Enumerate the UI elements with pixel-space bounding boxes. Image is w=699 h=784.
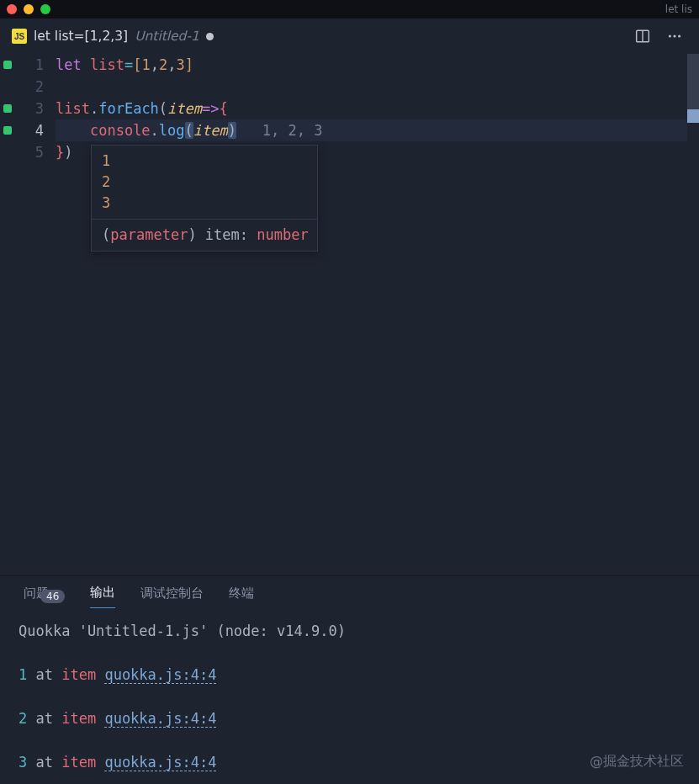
hover-value: 1 bbox=[102, 151, 307, 172]
titlebar-right-text: let lis bbox=[665, 3, 692, 15]
problems-count-badge: 46 bbox=[40, 590, 65, 603]
svg-point-4 bbox=[678, 34, 680, 37]
code-line[interactable]: let list=[1,2,3] bbox=[56, 54, 699, 76]
output-row: 1 at item quokka.js:4:4 bbox=[19, 664, 680, 686]
output-row: 3 at item quokka.js:4:4 bbox=[19, 751, 680, 773]
code-line[interactable] bbox=[56, 76, 699, 98]
output-source-link[interactable]: quokka.js:4:4 bbox=[104, 754, 216, 771]
quokka-gutter bbox=[0, 54, 15, 575]
close-window-button[interactable] bbox=[7, 4, 17, 14]
editor-tab-bar: JS let list=[1,2,3] Untitled-1 bbox=[0, 19, 699, 54]
hover-value: 3 bbox=[102, 193, 307, 214]
minimap[interactable] bbox=[687, 54, 699, 575]
line-number: 2 bbox=[15, 76, 44, 98]
more-icon[interactable] bbox=[667, 29, 682, 44]
tab-subtitle: Untitled-1 bbox=[135, 29, 199, 44]
window-titlebar: let lis bbox=[0, 0, 699, 19]
output-row: 2 at item quokka.js:4:4 bbox=[19, 707, 680, 729]
hover-signature: (parameter) item: number bbox=[92, 219, 317, 251]
panel-tab-output[interactable]: 输出 bbox=[90, 585, 115, 608]
hover-values: 1 2 3 bbox=[92, 146, 317, 219]
quokka-pass-icon bbox=[3, 126, 12, 135]
panel-tab-debug-console[interactable]: 调试控制台 bbox=[140, 585, 204, 608]
zoom-window-button[interactable] bbox=[40, 4, 50, 14]
quokka-pass-icon bbox=[3, 61, 12, 69]
svg-point-2 bbox=[669, 34, 671, 37]
line-number-gutter: 1 2 3 4 5 bbox=[15, 54, 56, 575]
quokka-inline-value: 1, 2, 3 bbox=[262, 122, 323, 139]
editor-hover-popup: 1 2 3 (parameter) item: number bbox=[91, 145, 318, 252]
line-number: 4 bbox=[15, 119, 44, 141]
line-number: 5 bbox=[15, 141, 44, 163]
panel-tab-terminal[interactable]: 终端 bbox=[229, 585, 254, 608]
js-file-icon: JS bbox=[12, 29, 27, 44]
split-editor-icon[interactable] bbox=[635, 29, 650, 44]
code-area[interactable]: let list=[1,2,3] list.forEach(item=>{ co… bbox=[56, 54, 699, 575]
minimize-window-button[interactable] bbox=[24, 4, 34, 14]
output-source-link[interactable]: quokka.js:4:4 bbox=[104, 666, 216, 684]
code-line[interactable]: list.forEach(item=>{ bbox=[56, 98, 699, 119]
editor[interactable]: 1 2 3 4 5 let list=[1,2,3] list.forEach(… bbox=[0, 54, 699, 575]
panel-tab-bar: 问题 46 输出 调试控制台 终端 bbox=[0, 585, 699, 608]
editor-tab[interactable]: JS let list=[1,2,3] Untitled-1 bbox=[0, 19, 225, 54]
watermark: @掘金技术社区 bbox=[590, 753, 684, 771]
dirty-indicator-icon bbox=[206, 33, 214, 40]
quokka-pass-icon bbox=[3, 104, 12, 113]
svg-point-3 bbox=[673, 34, 675, 37]
code-line[interactable]: console.log(item) 1, 2, 3 bbox=[56, 119, 699, 141]
line-number: 1 bbox=[15, 54, 44, 76]
output-source-link[interactable]: quokka.js:4:4 bbox=[104, 710, 216, 728]
hover-value: 2 bbox=[102, 172, 307, 193]
traffic-lights bbox=[7, 4, 50, 14]
tab-title: let list=[1,2,3] bbox=[34, 29, 128, 44]
bottom-panel: 问题 46 输出 调试控制台 终端 Quokka 'Untitled-1.js'… bbox=[0, 575, 699, 784]
line-number: 3 bbox=[15, 98, 44, 119]
tab-actions bbox=[635, 29, 699, 44]
minimap-highlight bbox=[687, 109, 699, 123]
output-header: Quokka 'Untitled-1.js' (node: v14.9.0) bbox=[19, 620, 680, 642]
